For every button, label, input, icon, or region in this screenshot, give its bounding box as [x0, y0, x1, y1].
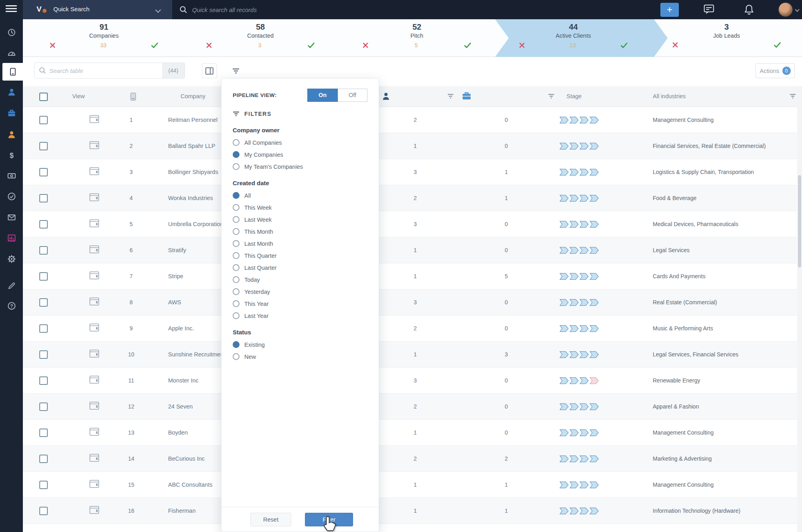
column-header-industries[interactable]: All industries — [653, 93, 686, 99]
stage-remove-x-icon[interactable] — [206, 42, 212, 48]
sidebar-item-companies[interactable] — [2, 63, 23, 81]
stage-remove-x-icon[interactable] — [363, 42, 368, 48]
sidebar-item-jobs-briefcase[interactable] — [0, 104, 23, 122]
sidebar-item-mail-envelope[interactable] — [0, 208, 23, 226]
row-checkbox[interactable] — [39, 246, 48, 255]
menu-hamburger-icon[interactable] — [6, 5, 17, 14]
radio-option[interactable]: This Year — [233, 300, 367, 307]
radio-icon[interactable] — [233, 353, 240, 360]
radio-icon[interactable] — [233, 228, 240, 235]
view-record-icon[interactable] — [89, 141, 99, 149]
column-header-stage[interactable]: Stage — [566, 93, 582, 99]
stage-check-icon[interactable] — [151, 42, 158, 48]
radio-icon[interactable] — [233, 163, 240, 170]
filter-button[interactable] — [228, 63, 244, 78]
radio-icon[interactable] — [233, 341, 240, 348]
radio-icon[interactable] — [233, 300, 240, 307]
view-record-icon[interactable] — [89, 167, 99, 175]
actions-button[interactable]: Actions 0 — [755, 63, 795, 78]
column-header-company[interactable]: Company — [181, 93, 205, 99]
scrollbar-thumb[interactable] — [798, 175, 801, 267]
radio-icon[interactable] — [233, 264, 240, 271]
sidebar-item-invoices-banknote[interactable] — [0, 167, 23, 184]
sidebar-item-help[interactable]: ? — [0, 297, 23, 315]
radio-option[interactable]: My Companies — [233, 151, 367, 158]
industries-filter-funnel-icon[interactable] — [790, 94, 796, 99]
row-checkbox[interactable] — [39, 324, 48, 333]
pipeline-stage[interactable]: 44 Active Clients 13 — [501, 19, 646, 57]
sidebar-item-contacts[interactable] — [0, 126, 23, 144]
row-checkbox[interactable] — [39, 376, 48, 385]
radio-icon[interactable] — [233, 204, 240, 211]
stage-remove-x-icon[interactable] — [50, 42, 55, 48]
radio-option[interactable]: This Month — [233, 228, 367, 235]
sidebar-item-dashboard[interactable] — [0, 45, 23, 63]
radio-icon[interactable] — [233, 312, 240, 319]
row-checkbox[interactable] — [39, 481, 48, 489]
column-filter-funnel-icon[interactable] — [447, 94, 454, 99]
pipeline-stage[interactable]: 91 Companies 33 — [32, 19, 176, 57]
row-checkbox[interactable] — [39, 403, 48, 411]
pipeline-view-off-button[interactable]: Off — [338, 89, 367, 102]
row-checkbox[interactable] — [39, 168, 48, 176]
select-all-checkbox[interactable] — [39, 93, 48, 101]
global-search-input[interactable] — [192, 6, 361, 13]
table-search-input[interactable] — [49, 67, 162, 74]
row-checkbox[interactable] — [39, 116, 48, 124]
stage-filter-funnel-icon[interactable] — [548, 94, 554, 99]
radio-option[interactable]: This Week — [233, 204, 367, 211]
vertical-scrollbar[interactable] — [797, 86, 802, 532]
radio-option[interactable]: Last Year — [233, 312, 367, 319]
sidebar-item-placements-dollar[interactable]: $ — [0, 147, 23, 164]
stage-check-icon[interactable] — [774, 42, 781, 48]
row-checkbox[interactable] — [39, 429, 48, 437]
row-checkbox[interactable] — [39, 220, 48, 229]
view-record-icon[interactable] — [89, 271, 99, 279]
radio-option[interactable]: Yesterday — [233, 288, 367, 295]
radio-option[interactable]: Last Week — [233, 216, 367, 223]
radio-option[interactable]: Existing — [233, 341, 367, 348]
column-header-view[interactable]: View — [72, 93, 85, 99]
stage-check-icon[interactable] — [464, 42, 471, 48]
row-checkbox[interactable] — [39, 350, 48, 359]
radio-option[interactable]: Last Month — [233, 240, 367, 247]
view-record-icon[interactable] — [89, 428, 99, 436]
reset-button[interactable]: Reset — [250, 513, 291, 526]
view-record-icon[interactable] — [89, 324, 99, 332]
radio-option[interactable]: All Companies — [233, 139, 367, 146]
view-record-icon[interactable] — [89, 480, 99, 488]
row-checkbox[interactable] — [39, 142, 48, 150]
row-checkbox[interactable] — [39, 272, 48, 281]
view-record-icon[interactable] — [89, 245, 99, 253]
chat-icon[interactable] — [704, 4, 715, 15]
sidebar-item-edit-pencil[interactable] — [0, 277, 23, 295]
view-record-icon[interactable] — [89, 193, 99, 201]
radio-option[interactable]: New — [233, 353, 367, 360]
sidebar-item-settings-gear[interactable] — [0, 250, 23, 268]
sidebar-item-tasks-check[interactable] — [0, 188, 23, 205]
column-settings-button[interactable] — [202, 63, 217, 78]
add-new-button[interactable]: + — [660, 3, 679, 17]
radio-option[interactable]: All — [233, 192, 367, 199]
quick-search-dropdown[interactable]: V Quick Search — [23, 0, 172, 19]
pipeline-stage[interactable]: 3 Job Leads — [654, 19, 799, 57]
sidebar-item-candidates[interactable] — [0, 83, 23, 101]
view-record-icon[interactable] — [89, 115, 99, 123]
row-checkbox[interactable] — [39, 455, 48, 463]
row-checkbox[interactable] — [39, 194, 48, 202]
radio-icon[interactable] — [233, 288, 240, 295]
pipeline-stage[interactable]: 52 Pitch 5 — [345, 19, 489, 57]
view-record-icon[interactable] — [89, 506, 99, 514]
radio-icon[interactable] — [233, 240, 240, 247]
radio-option[interactable]: Today — [233, 276, 367, 283]
pipeline-stage[interactable]: 58 Contacted 3 — [188, 19, 333, 57]
radio-option[interactable]: My Team's Companies — [233, 163, 367, 170]
radio-icon[interactable] — [233, 276, 240, 283]
view-record-icon[interactable] — [89, 454, 99, 462]
radio-icon[interactable] — [233, 192, 240, 199]
sidebar-item-history[interactable] — [0, 24, 23, 41]
row-checkbox[interactable] — [39, 507, 48, 515]
view-record-icon[interactable] — [89, 402, 99, 410]
radio-icon[interactable] — [233, 252, 240, 259]
radio-option[interactable]: Last Quarter — [233, 264, 367, 271]
